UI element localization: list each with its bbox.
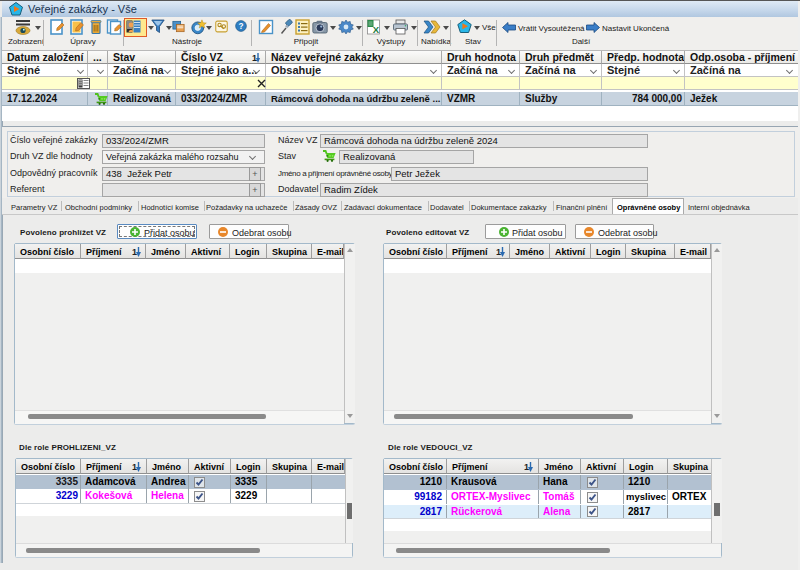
svg-text:?: ? — [238, 22, 243, 31]
svg-text:X: X — [373, 24, 380, 35]
